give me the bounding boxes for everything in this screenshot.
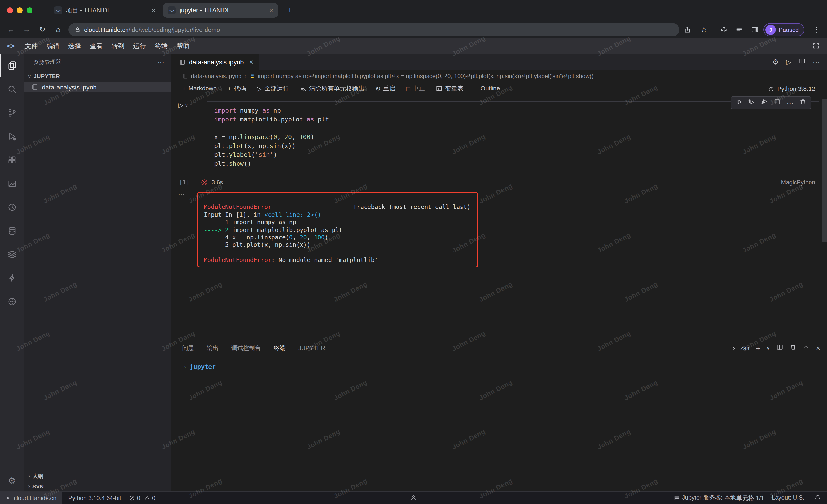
clear-outputs-button[interactable]: 清除所有单元格输出 (296, 82, 369, 95)
toolbar-more-icon[interactable]: ⋯ (507, 82, 521, 95)
jupyter-server-status[interactable]: Jupyter 服务器: 本地 (674, 492, 736, 504)
new-terminal-button[interactable]: + (756, 344, 760, 352)
menu-view[interactable]: 查看 (85, 38, 107, 54)
expand-panel-button[interactable] (406, 493, 421, 502)
interrupt-button[interactable]: □中止 (402, 82, 429, 95)
split-terminal-button[interactable] (776, 344, 783, 352)
window-close-button[interactable] (7, 7, 13, 13)
python-version[interactable]: Python 3.10.4 64-bit (68, 494, 121, 501)
extensions-icon[interactable] (0, 148, 23, 172)
execute-below-button[interactable] (759, 98, 770, 107)
database-icon[interactable] (0, 219, 23, 242)
run-debug-icon[interactable] (0, 124, 23, 148)
browser-menu-icon[interactable]: ⋮ (811, 24, 822, 35)
settings-gear-icon[interactable]: ⚙ (0, 469, 23, 493)
variables-button[interactable]: 变量表 (432, 82, 468, 95)
source-control-icon[interactable] (0, 101, 23, 124)
tab-close-icon[interactable]: × (269, 6, 273, 14)
address-bar[interactable]: cloud.titanide.cn/ide/web/coding/jupyter… (68, 23, 679, 37)
python-icon (249, 73, 255, 79)
sidebar-outline-section[interactable]: › 大纲 (23, 470, 171, 481)
breadcrumb-file[interactable]: data-analysis.ipynb (191, 73, 241, 80)
tab-terminal[interactable]: 终端 (274, 340, 286, 356)
terminal-dropdown-icon[interactable]: ∨ (767, 346, 770, 351)
outline-button[interactable]: ≡Outline (470, 82, 504, 95)
menu-go[interactable]: 转到 (107, 38, 129, 54)
back-button[interactable]: ← (4, 21, 18, 38)
delete-cell-button[interactable] (797, 98, 809, 107)
execute-above-button[interactable] (746, 98, 758, 107)
bookmark-star-icon[interactable]: ☆ (698, 24, 709, 35)
tab-problems[interactable]: 问题 (182, 340, 194, 356)
editor-tab-close-icon[interactable]: × (249, 58, 253, 66)
gear-icon[interactable]: ⚙ (772, 58, 779, 66)
tab-jupyter[interactable]: JUPYTER (298, 340, 325, 356)
notifications-bell-icon[interactable] (814, 494, 821, 503)
restart-kernel-button[interactable]: ↻重启 (372, 82, 399, 95)
sparkle-circle-icon[interactable] (0, 290, 23, 313)
sidebar-more-icon[interactable]: ⋯ (157, 58, 164, 66)
menu-help[interactable]: 帮助 (172, 38, 194, 54)
browser-tab-jupyter[interactable]: <> jupyter - TITANIDE × (163, 3, 278, 18)
cell-editor[interactable]: import numpy as npimport matplotlib.pypl… (207, 101, 819, 175)
app-logo-icon[interactable]: <> (7, 42, 14, 50)
media-preview-icon[interactable] (0, 172, 23, 195)
remote-indicator[interactable]: cloud.titanide.cn (0, 492, 61, 504)
tab-debug-console[interactable]: 调试控制台 (231, 340, 261, 356)
window-zoom-button[interactable] (27, 7, 33, 13)
maximize-panel-button[interactable] (803, 344, 810, 352)
new-tab-button[interactable]: + (284, 4, 296, 17)
reload-button[interactable]: ↻ (36, 21, 49, 38)
more-cell-actions-button[interactable]: ⋯ (784, 99, 796, 107)
layers-icon[interactable] (0, 242, 23, 266)
breadcrumb-cell-preview[interactable]: import numpy as np↵import matplotlib.pyp… (258, 73, 593, 80)
menu-selection[interactable]: 选择 (64, 38, 85, 54)
add-code-button[interactable]: +代码 (224, 82, 250, 95)
run-all-button[interactable]: ▷全部运行 (253, 82, 293, 95)
menu-edit[interactable]: 编辑 (42, 38, 64, 54)
breadcrumb-separator: › (244, 73, 246, 80)
menu-terminal[interactable]: 终端 (150, 38, 172, 54)
split-cell-button[interactable] (771, 98, 783, 107)
run-cell-button[interactable]: ▷∨ (178, 101, 188, 109)
add-markdown-button[interactable]: +Markdown (178, 82, 221, 95)
explorer-icon[interactable] (0, 54, 23, 77)
sidebar-section-jupyter[interactable]: ∨ JUPYTER (23, 71, 171, 81)
editor-tab[interactable]: data-analysis.ipynb × (171, 54, 259, 70)
breadcrumb[interactable]: data-analysis.ipynb › import numpy as np… (171, 70, 827, 82)
history-clock-icon[interactable] (0, 195, 23, 219)
terminal[interactable]: → jupyter (182, 363, 224, 370)
browser-tab-project[interactable]: <> 项目 - TITANIDE × (49, 3, 160, 18)
reading-list-icon[interactable] (733, 24, 744, 35)
side-panel-icon[interactable] (749, 24, 760, 35)
search-icon[interactable] (0, 77, 23, 101)
fullscreen-icon[interactable] (812, 42, 820, 52)
kill-terminal-button[interactable] (790, 344, 796, 352)
run-by-line-button[interactable] (733, 98, 745, 107)
editor-scrollbar[interactable] (822, 99, 827, 242)
sidebar-svn-section[interactable]: › SVN (23, 481, 171, 491)
sidebar-file-item[interactable]: data-analysis.ipynb (23, 81, 171, 93)
menu-file[interactable]: 文件 (20, 38, 42, 54)
lightning-icon[interactable] (0, 266, 23, 290)
share-icon[interactable] (682, 24, 693, 35)
cell-language-indicator[interactable]: MagicPython (781, 179, 815, 186)
extensions-puzzle-icon[interactable] (718, 24, 729, 35)
layout-indicator[interactable]: Layout: U.S. (772, 494, 805, 501)
kernel-picker[interactable]: Python 3.8.12 (768, 82, 815, 95)
output-gutter-more-icon[interactable]: ⋯ (178, 191, 185, 198)
split-editor-icon[interactable] (798, 58, 805, 66)
tab-close-icon[interactable]: × (152, 6, 155, 14)
tab-output[interactable]: 输出 (207, 340, 218, 356)
close-panel-button[interactable]: × (816, 344, 820, 352)
forward-button[interactable]: → (20, 21, 34, 38)
more-actions-icon[interactable]: ⋯ (813, 58, 820, 66)
menu-run[interactable]: 运行 (129, 38, 150, 54)
profile-chip[interactable]: J Paused (764, 23, 804, 37)
home-button[interactable]: ⌂ (51, 21, 65, 38)
problems-indicator[interactable]: 0 0 (129, 494, 155, 501)
run-icon[interactable]: ▷ (786, 58, 791, 66)
window-minimize-button[interactable] (17, 7, 22, 13)
terminal-shell-selector[interactable]: zsh (731, 345, 749, 351)
cell-indicator[interactable]: 单元格 1/1 (736, 494, 764, 503)
